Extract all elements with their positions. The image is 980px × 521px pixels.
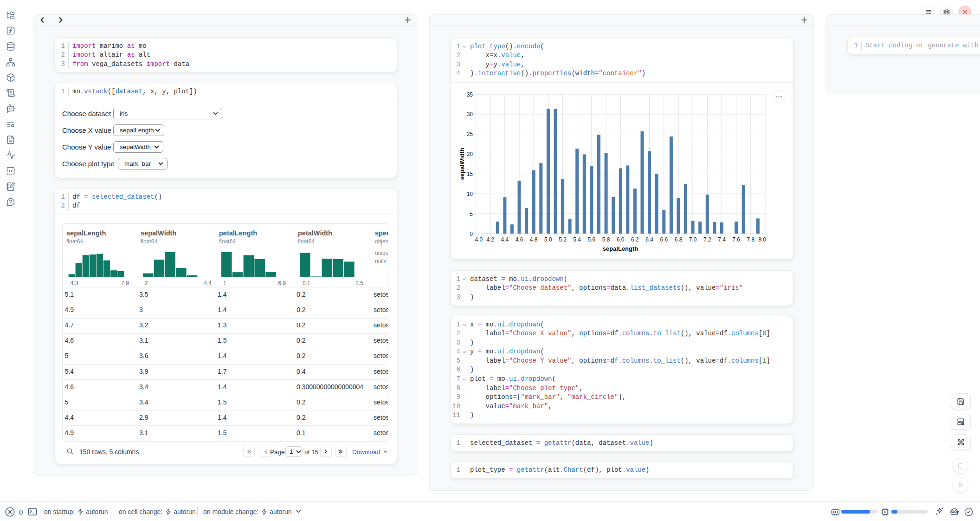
- svg-text:0: 0: [470, 231, 473, 237]
- svg-text:4.8: 4.8: [530, 236, 538, 243]
- svg-text:8.0: 8.0: [758, 236, 766, 243]
- svg-text:6.0: 6.0: [617, 236, 625, 243]
- svg-text:4.0: 4.0: [475, 236, 483, 243]
- svg-text:6.6: 6.6: [660, 236, 668, 243]
- svg-text:7.8: 7.8: [747, 236, 754, 243]
- svg-text:7.0: 7.0: [689, 236, 697, 243]
- svg-text:6.8: 6.8: [675, 236, 683, 243]
- svg-text:5.2: 5.2: [559, 236, 567, 243]
- svg-text:7.6: 7.6: [732, 236, 740, 243]
- svg-text:5.8: 5.8: [602, 236, 610, 243]
- svg-text:5.6: 5.6: [588, 236, 596, 243]
- svg-text:sepalLength: sepalLength: [603, 245, 638, 252]
- svg-text:20: 20: [467, 151, 473, 157]
- svg-text:4.6: 4.6: [516, 236, 523, 243]
- svg-text:4.2: 4.2: [486, 236, 494, 243]
- svg-text:30: 30: [467, 111, 473, 117]
- svg-text:25: 25: [467, 131, 473, 137]
- svg-text:6.4: 6.4: [645, 236, 653, 243]
- svg-text:15: 15: [467, 171, 473, 177]
- svg-text:10: 10: [467, 191, 473, 197]
- svg-text:4.4: 4.4: [501, 236, 509, 243]
- svg-text:35: 35: [467, 91, 473, 98]
- svg-text:7.4: 7.4: [718, 236, 726, 243]
- svg-text:5: 5: [470, 211, 473, 217]
- svg-text:5.0: 5.0: [544, 236, 552, 243]
- svg-text:6.2: 6.2: [631, 236, 639, 243]
- svg-text:5.4: 5.4: [573, 236, 581, 243]
- svg-text:sepalWidth: sepalWidth: [458, 148, 465, 180]
- svg-text:7.2: 7.2: [703, 236, 711, 243]
